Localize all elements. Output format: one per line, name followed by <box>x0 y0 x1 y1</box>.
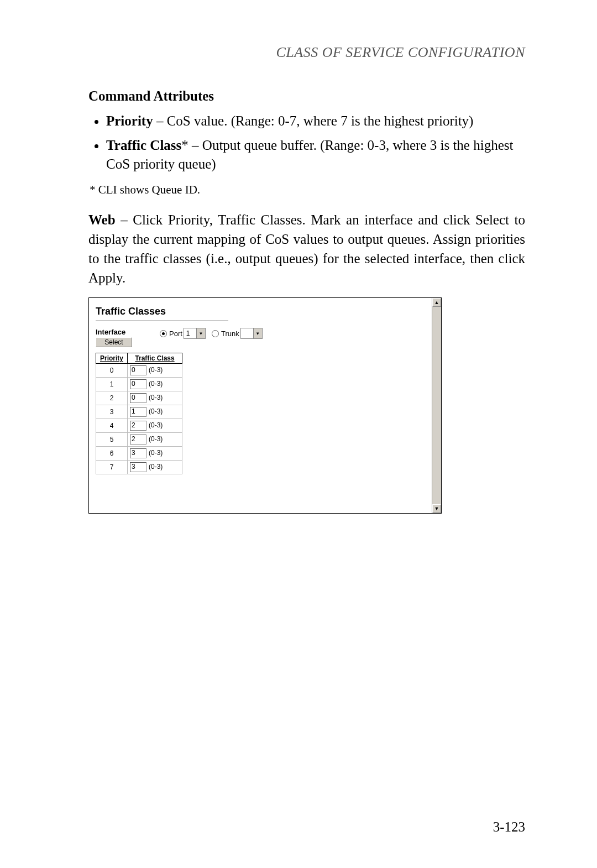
col-priority: Priority <box>96 353 128 364</box>
range-hint: (0-3) <box>149 421 163 429</box>
interface-label: Interface <box>96 328 132 336</box>
web-instructions: Web – Click Priority, Traffic Classes. M… <box>88 210 525 287</box>
priority-cell: 5 <box>96 433 128 447</box>
page-number: 3-123 <box>493 819 525 835</box>
attr-priority: Priority – CoS value. (Range: 0-7, where… <box>106 112 525 130</box>
traffic-class-input[interactable]: 2 <box>130 435 146 445</box>
attr-term: Traffic Class <box>106 138 181 153</box>
traffic-class-input[interactable]: 0 <box>130 365 146 375</box>
trunk-radio[interactable] <box>212 330 219 337</box>
table-row: 63(0-3) <box>96 447 182 461</box>
attr-desc: – CoS value. (Range: 0-7, where 7 is the… <box>153 113 474 128</box>
attr-traffic-class: Traffic Class* – Output queue buffer. (R… <box>106 136 525 174</box>
traffic-class-cell: 0(0-3) <box>128 391 182 405</box>
traffic-class-input[interactable]: 2 <box>130 421 146 431</box>
table-row: 31(0-3) <box>96 405 182 419</box>
traffic-classes-panel: ▲ ▼ Traffic Classes Interface Select Por… <box>88 297 442 514</box>
col-traffic-class: Traffic Class <box>128 353 182 364</box>
trunk-label: Trunk <box>221 330 239 338</box>
traffic-class-input[interactable]: 1 <box>130 407 146 417</box>
traffic-class-cell: 1(0-3) <box>128 405 182 419</box>
scroll-up-icon[interactable]: ▲ <box>432 298 441 307</box>
section-title: Command Attributes <box>88 88 525 104</box>
table-row: 20(0-3) <box>96 391 182 405</box>
priority-cell: 3 <box>96 405 128 419</box>
panel-rule <box>96 321 228 321</box>
attributes-list: Priority – CoS value. (Range: 0-7, where… <box>88 112 525 173</box>
interface-radio-group: Port 1 ▼ Trunk ▼ <box>160 328 263 339</box>
priority-cell: 4 <box>96 419 128 433</box>
scroll-down-icon[interactable]: ▼ <box>432 504 441 513</box>
footnote: * CLI shows Queue ID. <box>90 183 525 197</box>
range-hint: (0-3) <box>149 449 163 457</box>
range-hint: (0-3) <box>149 463 163 470</box>
traffic-class-table: Priority Traffic Class 00(0-3)10(0-3)20(… <box>96 353 182 474</box>
table-row: 00(0-3) <box>96 364 182 378</box>
attr-term: Priority <box>106 113 153 128</box>
priority-cell: 1 <box>96 378 128 391</box>
range-hint: (0-3) <box>149 380 163 388</box>
priority-cell: 2 <box>96 391 128 405</box>
traffic-class-input[interactable]: 0 <box>130 393 146 403</box>
priority-cell: 0 <box>96 364 128 378</box>
range-hint: (0-3) <box>149 366 163 374</box>
table-row: 52(0-3) <box>96 433 182 447</box>
traffic-class-cell: 0(0-3) <box>128 364 182 378</box>
table-row: 73(0-3) <box>96 461 182 474</box>
range-hint: (0-3) <box>149 394 163 401</box>
port-radio[interactable] <box>160 330 167 337</box>
port-select-value: 1 <box>184 330 196 337</box>
panel-title: Traffic Classes <box>96 302 434 320</box>
traffic-class-cell: 2(0-3) <box>128 433 182 447</box>
port-select[interactable]: 1 ▼ <box>184 328 206 339</box>
select-button[interactable]: Select <box>96 337 132 347</box>
running-head: CLASS OF SERVICE CONFIGURATION <box>88 44 525 61</box>
traffic-class-cell: 3(0-3) <box>128 447 182 461</box>
range-hint: (0-3) <box>149 407 163 415</box>
scrollbar[interactable]: ▲ ▼ <box>432 298 441 513</box>
web-lead: Web <box>88 212 116 227</box>
traffic-class-cell: 0(0-3) <box>128 378 182 391</box>
priority-cell: 6 <box>96 447 128 461</box>
traffic-class-cell: 3(0-3) <box>128 461 182 474</box>
priority-cell: 7 <box>96 461 128 474</box>
traffic-class-cell: 2(0-3) <box>128 419 182 433</box>
chevron-down-icon[interactable]: ▼ <box>253 328 262 338</box>
web-rest: – Click Priority, Traffic Classes. Mark … <box>88 212 525 285</box>
port-label: Port <box>169 330 182 338</box>
trunk-select[interactable]: ▼ <box>240 328 263 339</box>
table-row: 42(0-3) <box>96 419 182 433</box>
traffic-class-input[interactable]: 3 <box>130 462 146 472</box>
range-hint: (0-3) <box>149 435 163 443</box>
traffic-class-input[interactable]: 3 <box>130 448 146 458</box>
table-row: 10(0-3) <box>96 378 182 391</box>
traffic-class-input[interactable]: 0 <box>130 379 146 389</box>
attr-star: * <box>181 138 188 153</box>
chevron-down-icon[interactable]: ▼ <box>196 328 205 338</box>
